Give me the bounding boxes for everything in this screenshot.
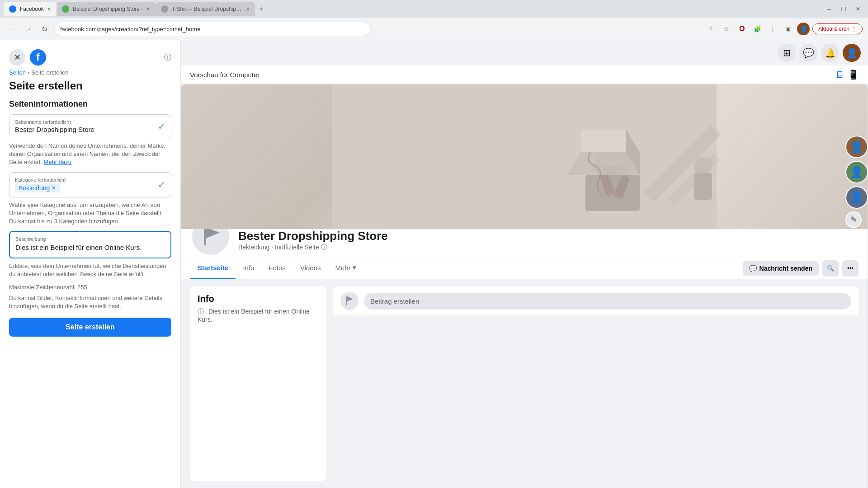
category-tag: Bekleidung ✕: [15, 183, 60, 192]
side-avatar-3: 👤: [845, 186, 868, 209]
share-icon[interactable]: ⇧: [705, 23, 717, 35]
svg-marker-17: [347, 296, 354, 301]
info-circle-icon: ⓘ: [321, 243, 327, 251]
edit-icon[interactable]: ✎: [845, 211, 862, 228]
cover-photo: [181, 84, 868, 229]
breadcrumb-pages-link[interactable]: Seiten: [9, 69, 26, 76]
search-page-button[interactable]: 🔍: [822, 260, 839, 277]
desktop-view-button[interactable]: 🖥: [835, 69, 844, 80]
shirt-favicon: [161, 5, 168, 13]
tab-shirt[interactable]: T-Shirt – Beispiel Dropshippin... ×: [156, 2, 255, 16]
nav-startseite[interactable]: Startseite: [190, 258, 236, 279]
svg-rect-16: [346, 296, 347, 306]
page-preview-scroll[interactable]: Bester Dropshipping Store Bekleidung · I…: [181, 84, 868, 488]
info-box-text: Dies ist ein Beispiel für einen Online K…: [198, 308, 310, 323]
forward-button[interactable]: →: [22, 23, 34, 35]
cover-illustration: [181, 84, 868, 229]
name-check-icon: ✓: [158, 121, 165, 132]
info-icon-small: ⓘ: [198, 308, 204, 315]
extension-icon[interactable]: 🧩: [751, 23, 764, 35]
preview-title: Vorschau für Computer: [190, 71, 259, 79]
create-page-button[interactable]: Seite erstellen: [9, 318, 171, 337]
nav-info[interactable]: Info: [236, 258, 261, 279]
category-description: Wähle eine Kategorie aus, um anzugeben, …: [9, 201, 171, 226]
reload-button[interactable]: ↻: [38, 23, 51, 35]
tab-shop[interactable]: Beispiel Dropshipping Store · ×: [57, 2, 156, 16]
mehr-chevron-icon: ▾: [353, 263, 356, 272]
name-field[interactable]: Seitenname (erforderlich) Bester Dropshi…: [9, 114, 171, 138]
restore-button[interactable]: □: [837, 3, 850, 15]
create-post-button[interactable]: Beitrag erstellen: [364, 293, 851, 310]
tab-shirt-close[interactable]: ×: [246, 5, 250, 13]
browser-actions: ⇧ ☆ O 🧩 ⋮ ▣ 👤 Aktualisieren ⋮: [705, 23, 863, 35]
svg-marker-8: [581, 130, 626, 152]
description-field[interactable]: Beschreibung Dies ist ein Beispiel für e…: [9, 231, 171, 258]
category-text: Bekleidung · Inoffizielle Seite: [238, 244, 319, 251]
info-box-desc: ⓘ Dies ist ein Beispiel für einen Online…: [198, 308, 319, 323]
name-more-link[interactable]: Mehr dazu: [44, 159, 71, 165]
mobile-view-button[interactable]: 📱: [848, 69, 859, 80]
preview-devices: 🖥 📱: [835, 69, 859, 80]
breadcrumb: Seiten › Seite erstellen: [9, 69, 171, 76]
profile-avatar[interactable]: 👤: [843, 44, 861, 62]
facebook-favicon: [9, 5, 16, 13]
address-bar-row: ← → ↻ facebook.com/pages/creation/?ref_t…: [0, 18, 868, 40]
update-button[interactable]: Aktualisieren ⋮: [812, 23, 863, 34]
nav-videos[interactable]: Videos: [293, 258, 328, 279]
nav-fotos[interactable]: Fotos: [261, 258, 293, 279]
side-profile-images: 👤 👤 👤 ✎: [845, 136, 868, 228]
category-check-icon: ✓: [158, 179, 165, 190]
tab-shirt-label: T-Shirt – Beispiel Dropshippin...: [172, 6, 242, 12]
svg-rect-0: [332, 84, 717, 229]
tab-shop-close[interactable]: ×: [146, 5, 150, 13]
address-bar[interactable]: facebook.com/pages/creation/?ref_type=co…: [54, 22, 371, 36]
tab-facebook[interactable]: Facebook ×: [4, 2, 57, 16]
tab-bar: Facebook × Beispiel Dropshipping Store ·…: [0, 0, 868, 18]
breadcrumb-current: Seite erstellen: [31, 69, 68, 76]
back-button[interactable]: ←: [5, 23, 18, 35]
page-content: Info ⓘ Dies ist ein Beispiel für einen O…: [181, 279, 868, 488]
info-icon[interactable]: ⓘ: [164, 53, 171, 62]
tab-facebook-label: Facebook: [20, 6, 44, 12]
send-message-button[interactable]: 💬 Nachricht senden: [743, 261, 819, 276]
new-tab-button[interactable]: +: [255, 3, 268, 15]
nav-mehr[interactable]: Mehr ▾: [328, 257, 363, 279]
page-name-section: Bester Dropshipping Store Bekleidung · I…: [238, 229, 388, 257]
opera-icon[interactable]: O: [736, 23, 748, 35]
category-tag-label: Bekleidung: [19, 184, 50, 192]
notifications-icon[interactable]: 🔔: [821, 44, 839, 62]
minimize-button[interactable]: –: [823, 3, 835, 15]
bookmark-icon[interactable]: ☆: [720, 23, 733, 35]
profile-icon[interactable]: 👤: [797, 23, 810, 35]
mehr-label: Mehr: [335, 264, 351, 272]
fb-page-name: Bester Dropshipping Store: [238, 229, 388, 243]
tab-facebook-close[interactable]: ×: [47, 5, 51, 13]
side-avatar-2: 👤: [845, 161, 868, 183]
extensions-icon[interactable]: ⋮: [766, 23, 779, 35]
desc-hint: Erkläre, was dein Unternehmen tut, welch…: [9, 262, 171, 278]
messenger-send-icon: 💬: [749, 265, 757, 272]
fb-top-nav: ⊞ 💬 🔔 👤: [181, 40, 868, 66]
description-field-value: Dies ist ein Beispiel für einen Online K…: [15, 243, 165, 253]
category-field-label: Kategorie (erforderlich): [15, 177, 165, 183]
messenger-icon[interactable]: 💬: [799, 44, 817, 62]
post-avatar: [340, 292, 359, 310]
svg-rect-14: [204, 227, 206, 245]
page-nav-actions: 💬 Nachricht senden 🔍 •••: [743, 260, 859, 277]
info-box: Info ⓘ Dies ist ein Beispiel für einen O…: [190, 286, 326, 481]
name-field-label: Seitenname (erforderlich): [15, 119, 165, 125]
shop-favicon: [62, 5, 69, 13]
category-tag-remove[interactable]: ✕: [52, 185, 56, 191]
category-field[interactable]: Kategorie (erforderlich) Bekleidung ✕ ✓: [9, 172, 171, 197]
close-window-button[interactable]: ×: [852, 3, 864, 15]
split-view-icon[interactable]: ▣: [782, 23, 794, 35]
post-create-box: Beitrag erstellen: [333, 286, 859, 315]
apps-icon[interactable]: ⊞: [778, 44, 796, 62]
more-options-button[interactable]: •••: [842, 260, 859, 277]
extra-info: Du kannst Bilder, Kontaktinformationen u…: [9, 294, 171, 310]
tab-shop-label: Beispiel Dropshipping Store ·: [73, 6, 143, 12]
name-field-value: Bester Dropshipping Store: [15, 126, 165, 133]
post-flag-icon: [343, 295, 356, 307]
right-content: ⊞ 💬 🔔 👤 Vorschau für Computer 🖥 📱: [181, 40, 868, 488]
close-panel-button[interactable]: ✕: [9, 49, 25, 66]
